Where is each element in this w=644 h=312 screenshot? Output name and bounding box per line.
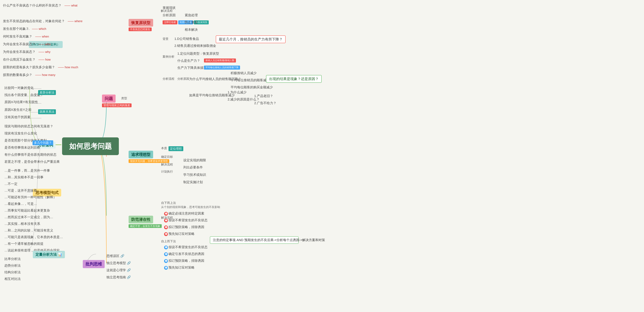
list-conditions: 列出必要条件 bbox=[183, 165, 203, 170]
what-is-productivity: 什么是生产力？ bbox=[177, 58, 200, 63]
bottom-up-desc: 从个别的现状和现象，思考可能发生的不良影响 bbox=[161, 205, 220, 209]
what-question: 什么产生不良状态？什么样的不良状态？ —— what bbox=[3, 3, 78, 8]
tm-item4: …可是，这并不意味着… bbox=[4, 188, 40, 193]
tm-item12: …有一个通常被忽略的前提 bbox=[4, 242, 44, 246]
solve-flow-label1: 解决流程 bbox=[161, 9, 173, 13]
ct-item4: 独立思考指南 🔗 bbox=[106, 275, 131, 280]
solve-flow-label2: 解决流程 bbox=[161, 163, 173, 166]
recent-months-highlight: 最近几个月，推销员的生产力有所下降？ bbox=[216, 35, 286, 43]
solve-flow-label3: 解决流程 bbox=[161, 216, 173, 220]
case-analysis-label: 案例分析 bbox=[162, 55, 174, 59]
bu-step1: ❶确定必须注意的特定因素 bbox=[164, 211, 204, 216]
root-solve: 根本解决 bbox=[185, 27, 198, 32]
bg-item1: 1.D公司销售食品 bbox=[174, 37, 199, 41]
bu-step4: ❹预先知订应对策略 bbox=[164, 232, 194, 236]
critical-thinking-node: 批判思维 bbox=[83, 260, 105, 268]
learn-skills: 学习技术或知识 bbox=[183, 173, 206, 177]
bottom-up-label: 自下而上法 bbox=[161, 201, 176, 205]
ct-item2: 独立思考模型 🔗 bbox=[106, 261, 131, 265]
tm-item10: …和…之间的比较，可能没有意义 bbox=[4, 228, 53, 233]
background-label: 背景 bbox=[162, 37, 168, 41]
td-step4: ❹预先知订应对策略 bbox=[164, 265, 194, 270]
bg-item2: 2.销售员通过推销来抽取佣金 bbox=[174, 43, 216, 48]
tm-item8: …然而反过来不一定成立，因为… bbox=[4, 215, 53, 219]
how-much-question: 损害的程度有多大？损失多少金额？ —— how much bbox=[3, 65, 78, 69]
restore-node: 恢复原状型 不良状态已经发生 bbox=[128, 19, 153, 31]
problem-node: 问题 管理与现状之间的落差 bbox=[102, 94, 132, 107]
bad-ad: 2.广告不给力？ bbox=[254, 101, 276, 105]
active-sales-decrease: 积极推销人员减少 bbox=[230, 71, 256, 75]
status-expect-item6: 若置之不理，是否会带来什么严重后果 bbox=[4, 160, 60, 164]
locate-problem-type: 1.定位问题类型：恢复原状型 bbox=[177, 51, 219, 56]
quant-item3: 结构分析法 bbox=[4, 270, 21, 275]
multi-question-tag: 多几个问题？ bbox=[32, 140, 53, 145]
tm-item6: …看起来像…，可是… bbox=[4, 202, 37, 206]
status-expect-item1: 现状与期待的状态之间有无落差？ bbox=[4, 124, 53, 129]
old-product: 1.产品老旧？ bbox=[254, 94, 273, 98]
center-node: 如何思考问题 bbox=[62, 137, 119, 155]
essence-tag: 定位理想 bbox=[168, 146, 183, 151]
ct-item1: 思维误区 🔗 bbox=[106, 254, 124, 258]
tm-item2: …和…其实根本不是一回事 bbox=[4, 175, 44, 180]
when-question: 何时发生不良对象？ —— when bbox=[3, 34, 49, 39]
productivity-tag: 推销人员总销售额/推销人数 bbox=[204, 58, 236, 62]
status-expect-item4: 是否有些事情未达到目标 bbox=[4, 145, 40, 150]
analyze-cause: 分析原因 bbox=[162, 13, 176, 17]
status-expect-item5: 有什么些事情不是你原先期待的状态 bbox=[4, 152, 56, 157]
tm-item9: …其实报…根本没有关系 bbox=[4, 222, 40, 226]
who-question: 为何会发生不良状态？ —— who bbox=[3, 42, 50, 46]
diff-analysis-tag: 差异分析法 bbox=[38, 90, 56, 95]
set-deadline: 设定实现的期限 bbox=[183, 158, 206, 163]
avg-purchase-decrease: 平均每位顾客的购买金额减少 bbox=[230, 85, 273, 89]
status-expect-item2: 现状有没发生什么变化 bbox=[4, 131, 37, 136]
td-step2: ❷确定引发不良状态的诱因 bbox=[164, 252, 204, 256]
result-question-highlight: 出现的结果是现象？还是原因？ bbox=[266, 75, 322, 83]
tm-item7: …而事实可能远比看起来更复杂 bbox=[4, 208, 50, 213]
where-question: 发生不良状态的地点在何处，对象在何处？ —— where bbox=[3, 19, 82, 23]
causal-item1: 原因X发生在Y之前 bbox=[4, 108, 32, 112]
quant-item4: 相互对比法 bbox=[4, 277, 21, 281]
prevention-note: 注意的特定事项 AND 预期发生的不良后果->分析每个点诱因->解决方案和对策 bbox=[210, 236, 298, 244]
prevent-recurrence: 防止复发 bbox=[185, 20, 198, 24]
prevention-node: 防范潜在性 确定不管，会发生不良现象 bbox=[128, 216, 162, 228]
make-plan: 制定实施计划 bbox=[183, 180, 203, 184]
essence-label: 本质 bbox=[161, 146, 167, 150]
diff-analysis-item1: 比较同一对象的变化 bbox=[4, 86, 34, 90]
analysis-cause-label: 分析原因 bbox=[177, 77, 189, 81]
how-many-question: 损害的数量有多少？ —— how many bbox=[3, 73, 56, 77]
analysis-flow-label: 分析流程 bbox=[162, 77, 174, 81]
quantitative-node: 定量分析方法 📊 bbox=[33, 251, 65, 258]
productivity-desc-tag: 平均每位推销人员的销售额下降 bbox=[204, 66, 240, 70]
ct-item3: 这就是心理学 🔗 bbox=[106, 268, 131, 273]
quant-item2: 趋势分析法 bbox=[4, 263, 21, 268]
why-question: 为何会发生不良状态？ —— why bbox=[3, 50, 50, 54]
bu-step3: ❸拟订预防策略，排除诱因 bbox=[164, 225, 204, 229]
td-step1: ❶假设不希望发生的不良状态 bbox=[164, 245, 208, 249]
top-down-label: 自上而下法 bbox=[161, 239, 176, 243]
tm-item5: …可能还有另外一种可能性（解释） bbox=[4, 195, 56, 199]
tm-item3: …不一定 bbox=[4, 182, 18, 186]
avg-customer-decrease: 平均每位推销员的顾客减少 bbox=[230, 78, 270, 82]
causal-tag: 因果关系法 bbox=[38, 109, 56, 114]
mindmap-container: 如何思考问题 分析架构 6W3H（分析架构） 什么产生不良状态？什么样的不良状态… bbox=[0, 0, 644, 312]
plan-exec-label: 计划执行 bbox=[161, 170, 173, 174]
td-step3: ❸拟订预防策略，排除诱因 bbox=[164, 259, 204, 263]
tm-item1: …是一件事，而…是另外一件事 bbox=[4, 168, 50, 173]
why-decrease-1: 1.为什么减少 bbox=[228, 90, 246, 94]
causal-item2: 没有其他干扰因素 bbox=[4, 115, 30, 119]
how-question: 在什么情况下会发生？ —— how bbox=[3, 57, 50, 62]
productivity-desc: 生产力下降具体描述 bbox=[177, 66, 207, 70]
emergency-handle: 紧急处理 bbox=[185, 13, 198, 17]
set-target-label: 确定目标 bbox=[161, 155, 173, 159]
tm-item11: …可能只是表面现象，它本质的本质是… bbox=[4, 235, 63, 239]
quant-item1: 比率分析法 bbox=[4, 257, 21, 261]
diff-analysis-item3: 原因X与结果Y有关联性 bbox=[4, 100, 38, 104]
diff-analysis-item2: 找出各个因变量、自变量？ bbox=[4, 93, 44, 97]
problem-type-label: 类型 bbox=[121, 96, 127, 100]
which-question: 发生在那个对象？ —— which bbox=[3, 26, 46, 31]
